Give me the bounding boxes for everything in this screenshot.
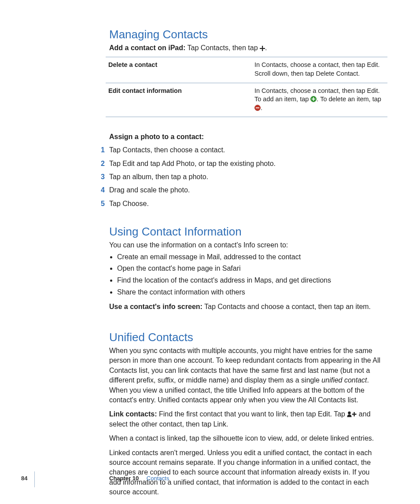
step-text: Tap Contacts, then choose a contact. xyxy=(109,146,225,154)
chapter-label: Chapter 10 xyxy=(109,475,139,482)
heading-using-contact-info: Using Contact Information xyxy=(109,225,382,239)
svg-rect-1 xyxy=(260,48,265,49)
step-number: 2 xyxy=(97,159,105,169)
footer-divider xyxy=(34,471,35,487)
step-number: 1 xyxy=(97,145,105,155)
table-row: Edit contact information In Contacts, ch… xyxy=(106,83,387,117)
heading-unified-contacts: Unified Contacts xyxy=(109,331,382,344)
page-content: Managing Contacts Add a contact on iPad:… xyxy=(109,28,382,497)
add-contact-text-a: Tap Contacts, then tap xyxy=(185,44,260,52)
assign-photo-steps: 1Tap Contacts, then choose a contact. 2T… xyxy=(97,143,382,210)
assign-photo-heading: Assign a photo to a contact: xyxy=(109,133,382,141)
step-number: 3 xyxy=(97,172,105,182)
chapter-ref: Chapter 10 Contacts xyxy=(109,475,169,482)
list-item: 1Tap Contacts, then choose a contact. xyxy=(97,143,382,157)
step-number: 5 xyxy=(97,199,105,209)
svg-rect-6 xyxy=(256,107,259,108)
add-contact-text-b: . xyxy=(265,44,267,52)
plus-icon xyxy=(260,46,265,51)
chapter-name: Contacts xyxy=(147,475,169,482)
row-edit-key: Edit contact information xyxy=(106,83,252,117)
add-contact-instruction: Add a contact on iPad: Tap Contacts, the… xyxy=(109,43,382,53)
step-text: Drag and scale the photo. xyxy=(109,186,190,194)
svg-point-7 xyxy=(348,412,351,414)
list-item: Open the contact's home page in Safari xyxy=(117,263,382,275)
link-contacts-a: Find the first contact that you want to … xyxy=(157,410,347,418)
use-info-label: Use a contact's info screen: xyxy=(109,303,203,310)
unified-p3: When a contact is linked, tap the silhou… xyxy=(109,434,382,443)
using-bullets: Create an email message in Mail, address… xyxy=(109,251,382,298)
document-page: Managing Contacts Add a contact on iPad:… xyxy=(0,0,420,504)
list-item: Find the location of the contact's addre… xyxy=(117,275,382,287)
svg-rect-9 xyxy=(352,414,357,415)
list-item: 3Tap an album, then tap a photo. xyxy=(97,170,382,184)
row-delete-val: In Contacts, choose a contact, then tap … xyxy=(252,57,387,83)
add-circle-icon xyxy=(310,96,317,102)
svg-rect-4 xyxy=(312,99,315,99)
row-delete-key: Delete a contact xyxy=(106,57,252,83)
unified-p1: When you sync contacts with multiple acc… xyxy=(109,346,382,405)
person-plus-icon xyxy=(347,411,357,417)
page-number: 84 xyxy=(21,475,27,482)
step-text: Tap an album, then tap a photo. xyxy=(109,173,208,180)
heading-managing-contacts: Managing Contacts xyxy=(109,28,382,41)
remove-circle-icon xyxy=(254,105,261,111)
step-text: Tap Choose. xyxy=(109,200,149,207)
use-info-text: Tap Contacts and choose a contact, then … xyxy=(203,303,371,310)
step-text: Tap Edit and tap Add Photo, or tap the e… xyxy=(109,160,276,167)
row-edit-val-c: . xyxy=(261,104,262,111)
link-contacts-label: Link contacts: xyxy=(109,410,157,418)
table-row: Delete a contact In Contacts, choose a c… xyxy=(106,57,387,83)
use-info-screen: Use a contact's info screen: Tap Contact… xyxy=(109,302,382,312)
unified-p4: Linked contacts aren't merged. Unless yo… xyxy=(109,448,382,497)
list-item: 2Tap Edit and tap Add Photo, or tap the … xyxy=(97,157,382,170)
link-contacts-p: Link contacts: Find the first contact th… xyxy=(109,409,382,429)
row-edit-val: In Contacts, choose a contact, then tap … xyxy=(252,83,387,117)
list-item: Share the contact information with other… xyxy=(117,287,382,298)
list-item: 5Tap Choose. xyxy=(97,197,382,210)
using-intro: You can use the information on a contact… xyxy=(109,240,382,250)
add-contact-label: Add a contact on iPad: xyxy=(109,44,185,52)
contact-actions-table: Delete a contact In Contacts, choose a c… xyxy=(106,57,387,117)
list-item: 4Drag and scale the photo. xyxy=(97,184,382,197)
page-footer: 84 Chapter 10 Contacts xyxy=(0,475,420,486)
row-edit-val-b: . To delete an item, tap xyxy=(317,96,381,103)
unified-p1-italic: unified contact xyxy=(321,376,367,384)
list-item: Create an email message in Mail, address… xyxy=(117,251,382,263)
step-number: 4 xyxy=(97,185,105,195)
